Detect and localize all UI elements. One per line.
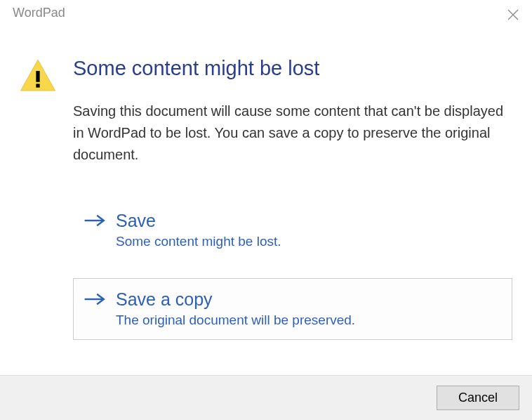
titlebar: WordPad [0, 0, 532, 28]
option-text: Save Some content might be lost. [110, 210, 502, 249]
svg-rect-4 [36, 84, 39, 87]
option-save[interactable]: Save Some content might be lost. [73, 199, 512, 261]
icon-column [14, 56, 65, 375]
app-title: WordPad [13, 6, 65, 20]
cancel-button[interactable]: Cancel [437, 386, 519, 410]
dialog-body-text: Saving this document will cause some con… [73, 100, 512, 166]
save-warning-dialog: WordPad Some content might be lost Savin… [0, 0, 532, 420]
dialog-heading: Some content might be lost [73, 56, 512, 81]
text-column: Some content might be lost Saving this d… [65, 56, 512, 375]
warning-icon [18, 86, 58, 98]
option-subtitle: The original document will be preserved. [116, 313, 502, 328]
arrow-right-icon [84, 289, 110, 310]
spacer [73, 261, 512, 278]
close-icon [507, 9, 519, 23]
option-title: Save a copy [116, 289, 502, 310]
option-text: Save a copy The original document will b… [110, 289, 502, 328]
dialog-footer: Cancel [0, 375, 532, 420]
close-button[interactable] [503, 6, 524, 27]
svg-rect-3 [36, 71, 39, 82]
option-save-a-copy[interactable]: Save a copy The original document will b… [73, 278, 512, 340]
options-list: Save Some content might be lost. Save a … [73, 199, 512, 340]
arrow-right-icon [84, 210, 110, 231]
option-subtitle: Some content might be lost. [116, 234, 502, 249]
option-title: Save [116, 210, 502, 231]
content-area: Some content might be lost Saving this d… [0, 28, 532, 375]
